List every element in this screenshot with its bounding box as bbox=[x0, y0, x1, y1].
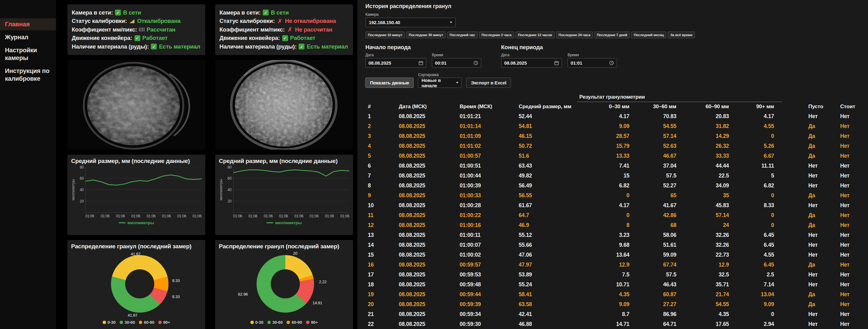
show-data-button[interactable]: Показать данные bbox=[365, 78, 413, 88]
status-row: Камера в сети: В сети bbox=[219, 8, 349, 17]
end-date-input[interactable]: 08.08.2025 bbox=[501, 58, 562, 68]
cell-index: 20 bbox=[365, 299, 396, 309]
status-icon bbox=[134, 35, 140, 41]
cell-30-60: 65 bbox=[638, 190, 684, 200]
camera-select[interactable]: 192.168.150.40 bbox=[365, 18, 456, 27]
legend-item[interactable]: 0-30 bbox=[250, 320, 264, 325]
cell-60-90: 54.55 bbox=[684, 299, 737, 309]
sidebar-item-calibration-guide[interactable]: Инструкция по калибровке bbox=[0, 65, 56, 85]
cell-stopped: Нет bbox=[838, 181, 858, 190]
status-row: Наличие материала (руды): Есть материал bbox=[219, 42, 349, 51]
page-title: История распределения гранул bbox=[365, 3, 862, 9]
start-time-input[interactable]: 00:01 bbox=[432, 58, 481, 68]
status-value: В сети bbox=[123, 9, 141, 16]
cell-avg-size: 56.49 bbox=[516, 181, 577, 190]
end-time-input[interactable]: 01:01 bbox=[567, 58, 617, 68]
cell-time: 01:00:33 bbox=[457, 190, 516, 200]
legend-item[interactable]: 90+ bbox=[306, 320, 318, 325]
legend-item[interactable]: 30-60 bbox=[268, 320, 283, 325]
range-button[interactable]: Последние 12 часов bbox=[516, 32, 555, 38]
cell-date: 08.08.2025 bbox=[396, 200, 457, 210]
camera-select-label: Камера bbox=[365, 12, 862, 17]
cell-90-plus: 6.45 bbox=[737, 240, 782, 250]
chart-legend[interactable]: миллиметры bbox=[71, 220, 202, 225]
cell-date: 08.08.2025 bbox=[396, 141, 457, 151]
cell-empty: Да bbox=[782, 121, 838, 131]
camera-status-panel: Камера в сети: В сети Статус калибровки:… bbox=[67, 4, 205, 55]
export-excel-button[interactable]: Экспорт в Excel bbox=[466, 78, 511, 88]
cell-index: 7 bbox=[365, 171, 396, 181]
range-button[interactable]: Последние 7 дней bbox=[594, 32, 630, 38]
cell-time: 01:00:22 bbox=[457, 210, 516, 220]
cell-avg-size: 55.12 bbox=[516, 230, 577, 240]
legend-item[interactable]: 30-60 bbox=[120, 320, 135, 325]
cell-0-30: 7.41 bbox=[577, 161, 638, 171]
legend-item[interactable]: 60-90 bbox=[286, 320, 302, 325]
legend-item[interactable]: 60-90 bbox=[139, 320, 154, 325]
cell-stopped: Нет bbox=[838, 250, 858, 260]
sort-label: Сортировка bbox=[418, 73, 462, 77]
chart-legend[interactable]: миллиметры bbox=[219, 220, 349, 225]
cell-60-90: 12.9 bbox=[684, 260, 737, 270]
cell-index: 18 bbox=[365, 279, 396, 290]
range-button[interactable]: Последние 24 часа bbox=[556, 32, 593, 38]
cell-index: 16 bbox=[365, 260, 396, 270]
cell-date: 08.08.2025 bbox=[396, 131, 457, 141]
sidebar-item-camera-settings[interactable]: Настройки камеры bbox=[0, 44, 56, 64]
range-button[interactable]: За всё время bbox=[668, 32, 695, 38]
clock-icon[interactable] bbox=[473, 61, 478, 65]
cell-90-plus: 0 bbox=[737, 131, 782, 141]
cell-0-30: 13.33 bbox=[577, 151, 638, 161]
cell-time: 00:59:57 bbox=[457, 260, 516, 270]
x-tick: 01:06 bbox=[233, 214, 242, 218]
table-row: 14 08.08.2025 01:00:07 55.66 9.68 51.61 … bbox=[365, 240, 858, 250]
calendar-icon[interactable] bbox=[418, 61, 423, 65]
x-tick: 01:06 bbox=[147, 214, 155, 218]
cell-60-90: 34.09 bbox=[684, 181, 737, 190]
status-value: Не откалибрована bbox=[285, 18, 336, 24]
status-value: Рассчитан bbox=[147, 26, 175, 33]
range-button[interactable]: Последний час bbox=[447, 32, 477, 38]
range-button[interactable]: Последний месяц bbox=[631, 32, 666, 38]
cell-0-30: 13.64 bbox=[577, 250, 638, 260]
date-label: Дата bbox=[501, 53, 562, 57]
cell-30-60: 41.67 bbox=[638, 200, 684, 210]
range-button[interactable]: Последние 30 минут bbox=[406, 32, 445, 38]
cell-index: 5 bbox=[365, 151, 396, 161]
x-tick: 01:06 bbox=[264, 214, 273, 218]
range-button[interactable]: Последние 10 минут bbox=[365, 32, 405, 38]
cell-date: 08.08.2025 bbox=[396, 260, 457, 270]
cell-stopped: Нет bbox=[838, 240, 858, 250]
sidebar-item-journal[interactable]: Журнал bbox=[0, 31, 56, 43]
start-date-input[interactable]: 08.08.2025 bbox=[365, 58, 426, 68]
history-table: Результат гранулометрии # Дата (МСК) Вре… bbox=[365, 92, 858, 329]
cell-stopped: Нет bbox=[838, 260, 858, 270]
status-row: Наличие материала (руды): Есть материал bbox=[72, 42, 201, 51]
cell-90-plus: 2.5 bbox=[737, 270, 782, 279]
cell-empty: Нет bbox=[782, 171, 838, 181]
sidebar-item-main[interactable]: Главная bbox=[0, 18, 56, 30]
cell-90-plus: 6.45 bbox=[737, 230, 782, 240]
sort-select[interactable]: Новые в начале bbox=[418, 78, 462, 88]
camera-feed-image bbox=[67, 60, 205, 150]
cell-empty: Да bbox=[782, 210, 838, 220]
legend-item[interactable]: 90+ bbox=[158, 320, 170, 325]
cell-index: 9 bbox=[365, 190, 396, 200]
period-start: Начало периода Дата 08.08.2025 Время 00:… bbox=[365, 44, 481, 68]
legend-item[interactable]: 0-30 bbox=[103, 320, 116, 325]
cell-index: 19 bbox=[365, 290, 396, 299]
range-button[interactable]: Последние 2 часа bbox=[479, 32, 514, 38]
cell-0-30: 4.17 bbox=[577, 111, 638, 121]
legend-label: миллиметры bbox=[127, 220, 154, 225]
end-time-value: 01:01 bbox=[570, 60, 582, 65]
table-row: 7 08.08.2025 01:00:44 49.82 15 57.5 22.5… bbox=[365, 171, 858, 181]
clock-icon[interactable] bbox=[609, 61, 614, 65]
cell-0-30: 4.35 bbox=[577, 290, 638, 299]
cell-date: 08.08.2025 bbox=[396, 171, 457, 181]
cell-index: 12 bbox=[365, 220, 396, 230]
cell-index: 11 bbox=[365, 210, 396, 220]
cell-0-30: 14.71 bbox=[577, 319, 638, 329]
cell-avg-size: 58.41 bbox=[516, 290, 577, 299]
calendar-icon[interactable] bbox=[554, 61, 559, 65]
cell-30-60: 57.5 bbox=[638, 171, 684, 181]
